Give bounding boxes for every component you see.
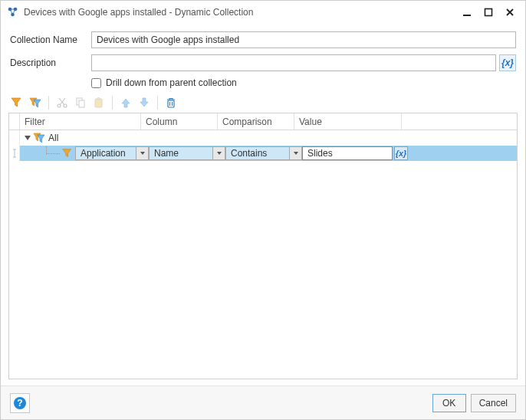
delete-button[interactable] [163,94,179,111]
filter-group-label: All [47,133,58,143]
toolbar-separator [112,96,113,110]
grid-header-filter[interactable]: Filter [20,113,141,130]
dialog-window: Devices with Google apps installed - Dyn… [0,0,526,420]
title-bar: Devices with Google apps installed - Dyn… [1,1,525,24]
grid-header-column[interactable]: Column [141,113,218,130]
minimize-button[interactable] [456,4,478,21]
filter-type-value: Application [76,148,136,159]
maximize-button[interactable] [478,4,499,21]
filter-column-value: Name [150,148,212,159]
form-area: Collection Name Description {x} Drill do… [1,24,525,93]
paste-icon [93,97,105,109]
funnel-group-icon [33,132,45,144]
help-icon: ? [13,396,27,410]
grid-header-comparison[interactable]: Comparison [218,113,294,130]
chevron-down-icon [289,147,301,159]
collection-name-row: Collection Name [10,31,516,48]
description-expression-button[interactable]: {x} [499,54,516,71]
drill-down-label: Drill down from parent collection [106,77,237,88]
toolbar-separator [157,96,158,110]
description-input[interactable] [91,54,496,71]
dialog-footer: ? OK Cancel [1,386,525,419]
add-filter-button[interactable] [8,94,25,111]
grid-header-rest [402,113,517,130]
cancel-button[interactable]: Cancel [471,394,516,412]
row-edit-indicator [9,146,20,161]
arrow-down-icon [138,97,150,109]
chevron-down-icon [136,147,148,159]
collection-name-input[interactable] [91,31,516,48]
help-button[interactable]: ? [10,393,30,413]
cut-icon [56,97,68,109]
drill-down-checkbox[interactable] [91,78,101,88]
svg-rect-3 [463,15,471,16]
trash-icon [165,97,177,109]
collection-name-label: Collection Name [10,34,91,45]
move-down-button[interactable] [136,94,153,111]
filter-column-select[interactable]: Name [149,146,225,160]
grid-header-gutter [9,113,20,130]
toolbar-separator [48,96,49,110]
filter-comparison-select[interactable]: Contains [225,146,302,160]
svg-rect-8 [79,100,84,107]
grid-header-value[interactable]: Value [294,113,402,130]
funnel-group-icon [29,97,41,109]
grid-header: Filter Column Comparison Value [9,113,517,130]
paste-button[interactable] [90,94,107,111]
svg-rect-11 [168,100,174,107]
filter-type-select[interactable]: Application [75,146,149,160]
app-icon [7,6,19,18]
cut-button[interactable] [54,94,71,111]
funnel-plus-icon [11,97,23,109]
description-label: Description [10,57,91,68]
copy-icon [74,97,87,109]
add-group-button[interactable] [27,94,44,111]
grid-body[interactable]: All [9,130,517,379]
move-up-button[interactable] [117,94,134,111]
description-row: Description {x} [10,54,516,71]
filter-grid: Filter Column Comparison Value [8,113,518,379]
svg-rect-10 [97,98,100,100]
row-gutter [9,130,20,146]
arrow-up-icon [120,97,132,109]
filter-comparison-value: Contains [226,148,289,159]
ok-button[interactable]: OK [432,394,466,412]
drill-down-row: Drill down from parent collection [91,77,516,88]
funnel-icon [61,147,74,159]
filter-group-row[interactable]: All [9,130,517,146]
copy-button[interactable] [72,94,89,111]
svg-text:?: ? [17,398,22,409]
svg-rect-4 [485,9,492,16]
text-cursor-icon [11,149,18,158]
filter-row[interactable]: Application Name Contains [9,146,517,161]
filter-toolbar [1,93,525,113]
filter-value-input[interactable] [302,146,393,160]
filter-value-expression-button[interactable]: {x} [394,146,408,160]
window-title: Devices with Google apps installed - Dyn… [24,7,253,18]
close-button[interactable] [499,4,521,21]
chevron-down-icon [212,147,225,159]
expand-toggle[interactable] [23,133,32,143]
